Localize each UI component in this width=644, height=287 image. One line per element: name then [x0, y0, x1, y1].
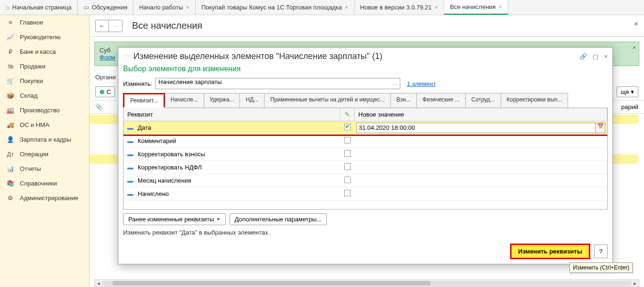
sidebar-item-reports[interactable]: 📊Отчеты [0, 161, 89, 176]
sidebar-item-purch[interactable]: 🛒Покупки [0, 74, 89, 88]
btn-label: Ранее измененные реквизиты [128, 216, 214, 223]
change-label: Изменять: [123, 80, 152, 87]
grid-row-corr-ndfl[interactable]: ▬Корректировать НДФЛ [124, 161, 607, 174]
dt-icon: Дт [6, 151, 15, 158]
tab-ndfl[interactable]: НД... [239, 93, 264, 108]
status-line: Изменить реквизит "Дата" в выбранных эле… [118, 229, 612, 239]
chevron-down-icon: ▼ [216, 217, 221, 222]
sidebar-item-label: Главное [20, 19, 43, 26]
cell-label: Корректировать взносы [138, 151, 205, 158]
cart-icon: 🛒 [6, 77, 15, 84]
attach-icon[interactable]: 📎 [95, 103, 103, 110]
chart-icon: 📈 [6, 34, 15, 41]
grid-row-accrued[interactable]: ▬Начислено [124, 187, 607, 201]
checkbox[interactable] [344, 177, 351, 183]
star-icon[interactable]: ☆ [123, 51, 131, 61]
tab-1[interactable]: Начало работы× [133, 0, 196, 15]
checkbox[interactable] [344, 190, 351, 196]
change-row: Изменять: Начисление зарплаты ... 1 элем… [118, 76, 612, 91]
prev-changed-button[interactable]: Ранее измененные реквизиты▼ [123, 213, 226, 225]
info-close-button[interactable]: × [632, 44, 636, 51]
nav-buttons: ← → [95, 20, 123, 32]
additional-params-button[interactable]: Дополнительные параметры... [230, 213, 327, 225]
sidebar-item-admin[interactable]: ⚙Администрирование [0, 191, 89, 205]
checkbox[interactable] [344, 137, 351, 144]
create-button[interactable]: ⊕С [95, 86, 115, 97]
link-icon[interactable]: 🔗 [579, 53, 587, 60]
sidebar-item-refs[interactable]: 📚Справочники [0, 176, 89, 191]
sidebar-item-os[interactable]: 🚚ОС и НМА [0, 118, 89, 132]
sidebar-item-main[interactable]: ≡Главное [0, 15, 89, 30]
tab-corrections[interactable]: Корректировки вып... [501, 93, 569, 108]
dialog-change-elements: ☆ Изменение выделенных элементов "Начисл… [118, 47, 613, 264]
maximize-icon[interactable]: ▢ [593, 53, 598, 60]
sidebar-item-salary[interactable]: 👤Зарплата и кадры [0, 132, 89, 147]
horizontal-scrollbar[interactable]: ◄ ► [94, 279, 639, 287]
tab-label: Новое в версии 3.0.79.21 [360, 4, 432, 11]
tab-active[interactable]: Все начисления× [444, 0, 508, 15]
close-page-button[interactable]: × [634, 20, 638, 28]
date-input[interactable] [356, 123, 596, 133]
change-requisites-button[interactable]: Изменить реквизиты [510, 244, 590, 259]
scroll-thumb[interactable] [113, 281, 430, 286]
close-icon[interactable]: × [435, 4, 438, 11]
sidebar: ≡Главное 📈Руководителю ₽Банк и касса 🛍Пр… [0, 15, 90, 287]
dialog-tabs: Реквизит... Начисле... Удержа... НД... П… [123, 93, 608, 108]
collapse-icon: ▬ [127, 151, 134, 158]
tab-2[interactable]: Покупай товары Комус на 1С:Торговая площ… [196, 0, 355, 15]
nav-forward-button[interactable]: → [109, 20, 122, 32]
tab-employees[interactable]: Сотруд... [465, 93, 501, 108]
help-button[interactable]: ? [594, 245, 608, 258]
factory-icon: 🏭 [6, 107, 15, 114]
sidebar-item-stock[interactable]: 📦Склад [0, 88, 89, 103]
scroll-left-icon[interactable]: ◄ [95, 281, 102, 286]
scroll-right-icon[interactable]: ► [631, 281, 639, 286]
collapse-icon: ▬ [127, 137, 134, 144]
tab-requisite[interactable]: Реквизит... [123, 93, 165, 108]
tab-discuss[interactable]: ▭Обсуждения [78, 0, 134, 15]
tab-deductions-applied[interactable]: Примененные вычеты на детей и имущес... [264, 93, 391, 108]
more-button[interactable]: ще ▾ [617, 86, 638, 97]
checkbox[interactable] [344, 150, 351, 157]
grid-row-month[interactable]: ▬Месяц начисления [124, 174, 607, 187]
more-label: ще ▾ [621, 88, 634, 95]
sidebar-item-prod[interactable]: 🏭Производство [0, 103, 89, 118]
close-icon[interactable]: × [498, 3, 502, 10]
sidebar-item-manager[interactable]: 📈Руководителю [0, 30, 89, 44]
count-link[interactable]: 1 элемент [407, 80, 436, 87]
sidebar-item-bank[interactable]: ₽Банк и касса [0, 44, 89, 59]
tab-contrib[interactable]: Взн... [390, 93, 417, 108]
org-label: Органи [95, 74, 116, 81]
grid-row-comment[interactable]: ▬Комментарий [124, 135, 607, 148]
collapse-icon: ▬ [127, 124, 134, 131]
close-icon[interactable]: × [186, 4, 190, 11]
change-type-input[interactable]: Начисление зарплаты ... [155, 78, 400, 89]
close-icon[interactable]: × [604, 53, 608, 60]
grid: Реквизит ✎ Новое значение ▬Дата 📅 ▬Комме… [123, 108, 608, 210]
grid-row-date[interactable]: ▬Дата 📅 [124, 121, 607, 135]
collapse-icon: ▬ [127, 177, 134, 184]
tab-label: Покупай товары Комус на 1С:Торговая площ… [201, 4, 342, 11]
checkbox[interactable] [344, 163, 351, 170]
tab-label: Начальная страница [12, 4, 72, 11]
tab-deductions[interactable]: Удержа... [204, 93, 240, 108]
tab-persons[interactable]: Физические ... [416, 93, 466, 108]
scroll-track[interactable] [102, 281, 631, 286]
cell-label: Комментарий [138, 137, 176, 144]
sidebar-item-oper[interactable]: ДтОперации [0, 147, 89, 161]
grid-header: Реквизит ✎ Новое значение [124, 108, 607, 121]
sidebar-item-sales[interactable]: 🛍Продажи [0, 59, 89, 74]
pencil-icon: ✎ [345, 111, 350, 118]
calendar-icon[interactable]: 📅 [596, 123, 605, 133]
tab-home[interactable]: ⌂Начальная страница [0, 0, 78, 15]
tab-3[interactable]: Новое в версии 3.0.79.21× [355, 0, 445, 15]
ellipsis-icon[interactable]: ... [393, 79, 398, 86]
grid-row-corr-contrib[interactable]: ▬Корректировать взносы [124, 148, 607, 161]
tab-accruals[interactable]: Начисле... [165, 93, 204, 108]
grid-body[interactable]: ▬Дата 📅 ▬Комментарий ▬Корректировать взн… [124, 121, 607, 209]
checkbox[interactable] [344, 124, 351, 130]
sidebar-item-label: ОС и НМА [20, 121, 50, 128]
close-icon[interactable]: × [345, 4, 348, 11]
nav-back-button[interactable]: ← [96, 20, 109, 32]
discuss-icon: ▭ [83, 4, 89, 11]
